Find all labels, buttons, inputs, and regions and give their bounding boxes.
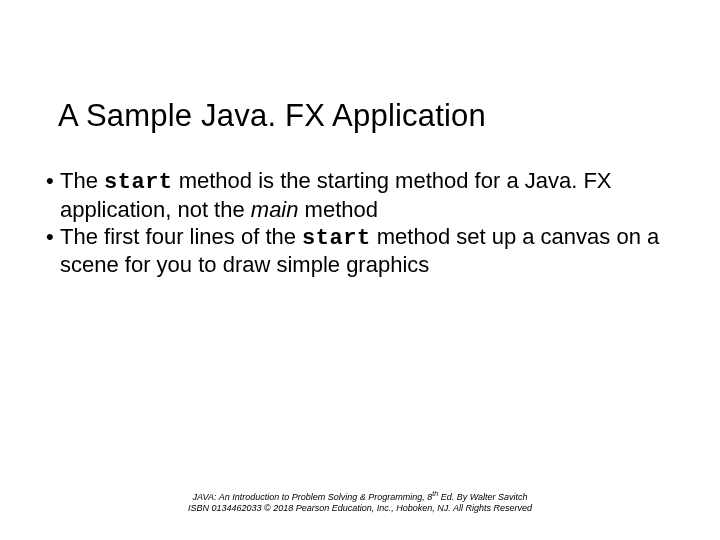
code-segment: start	[302, 226, 371, 251]
slide-footer: JAVA: An Introduction to Problem Solving…	[0, 490, 720, 515]
text-segment: The	[60, 168, 104, 193]
italic-segment: main	[251, 197, 299, 222]
slide-body: The start method is the starting method …	[46, 168, 660, 279]
text-segment: method	[299, 197, 379, 222]
text-segment: Ed. By Walter Savitch	[438, 492, 527, 502]
slide: A Sample Java. FX Application The start …	[0, 0, 720, 540]
bullet-text: The first four lines of the start method…	[60, 224, 659, 278]
text-segment: JAVA: An Introduction to Problem Solving…	[192, 492, 432, 502]
code-segment: start	[104, 170, 173, 195]
footer-line-2: ISBN 0134462033 © 2018 Pearson Education…	[0, 503, 720, 514]
bullet-list: The start method is the starting method …	[46, 168, 660, 279]
slide-title: A Sample Java. FX Application	[58, 98, 486, 134]
bullet-text: The start method is the starting method …	[60, 168, 612, 222]
text-segment: The first four lines of the	[60, 224, 302, 249]
list-item: The first four lines of the start method…	[46, 224, 660, 280]
list-item: The start method is the starting method …	[46, 168, 660, 224]
footer-line-1: JAVA: An Introduction to Problem Solving…	[0, 490, 720, 503]
